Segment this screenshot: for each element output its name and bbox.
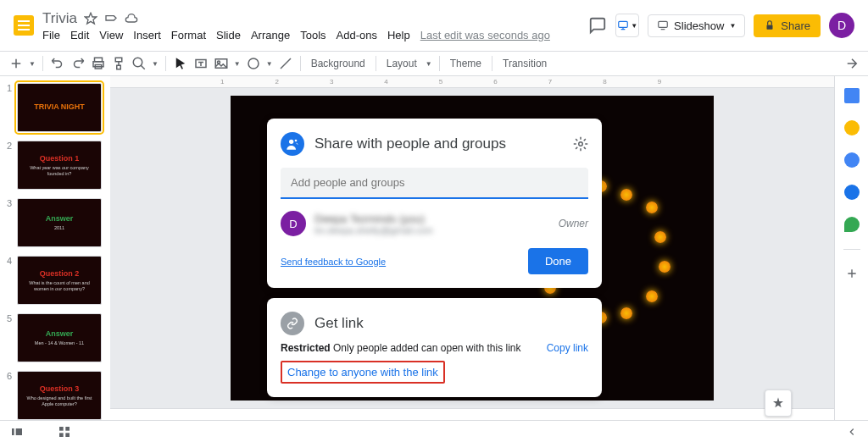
menu-addons[interactable]: Add-ons [337,29,377,41]
textbox-icon[interactable] [193,56,209,71]
print-icon[interactable] [91,56,106,71]
svg-rect-16 [16,428,22,435]
filmstrip-view-icon[interactable] [10,425,24,439]
thumb-preview[interactable]: Question 3 Who designed and built the fi… [17,371,102,420]
comments-icon[interactable] [588,16,607,35]
present-toggle[interactable]: ▼ [615,14,639,37]
feedback-link[interactable]: Send feedback to Google [281,257,386,267]
people-icon [281,132,304,156]
user-role: Owner [559,218,588,229]
thumb-preview[interactable]: Answer 2011 [17,198,102,247]
user-name: Deepa Tezminds (you) [314,213,550,225]
gear-icon[interactable] [573,136,588,152]
svg-rect-15 [12,428,14,435]
chevron-left-icon[interactable] [846,426,858,438]
collapse-icon[interactable] [844,56,860,71]
thumbnail[interactable]: 2 Question 1 What year was our company f… [7,141,103,190]
svg-rect-17 [59,427,64,431]
thumb-subtitle: Men - 14 & Women - 11 [35,340,84,346]
slide-thumbnails[interactable]: 1 TRIVIA NIGHT 2 Question 1 What year wa… [0,76,110,442]
app-header: Trivia File Edit View Insert Format Slid… [0,0,868,51]
layout-button[interactable]: Layout [383,58,420,69]
menu-view[interactable]: View [99,29,123,41]
menu-insert[interactable]: Insert [133,29,161,41]
thumb-number: 4 [7,256,14,305]
move-icon[interactable] [104,12,118,25]
thumbnail[interactable]: 1 TRIVIA NIGHT [7,83,103,132]
document-title[interactable]: Trivia [42,10,77,27]
contacts-icon[interactable] [844,185,860,200]
thumb-title: Answer [46,214,74,223]
title-area: Trivia File Edit View Insert Format Slid… [42,10,588,41]
user-email: tm.deepa.shetty@gmail.com [314,225,550,235]
thumb-title: Question 2 [40,269,80,278]
undo-icon[interactable] [50,56,65,71]
svg-rect-1 [619,21,628,27]
image-icon[interactable] [214,56,229,71]
new-slide-icon[interactable] [8,56,24,71]
last-edit-text[interactable]: Last edit was seconds ago [420,29,550,41]
menu-file[interactable]: File [42,29,60,41]
thumb-preview[interactable]: Question 1 What year was our company fou… [17,141,102,190]
thumb-title: Answer [46,329,74,338]
transition-button[interactable]: Transition [499,58,550,69]
explore-icon [771,396,785,410]
change-link-access[interactable]: Change to anyone with the link [281,361,445,384]
menu-help[interactable]: Help [387,29,410,41]
slides-logo[interactable] [14,15,34,36]
thumbnail[interactable]: 6 Question 3 Who designed and built the … [7,371,103,420]
share-modal: Share with people and groups D Deepa Tez… [267,119,602,397]
owner-row: D Deepa Tezminds (you) tm.deepa.shetty@g… [281,211,588,236]
tasks-icon[interactable] [844,152,860,168]
share-button[interactable]: Share [754,14,821,37]
thumb-preview[interactable]: Question 2 What is the count of men and … [17,256,102,305]
svg-marker-0 [85,13,96,24]
cloud-saved-icon[interactable] [125,12,138,25]
redo-icon[interactable] [70,56,86,71]
star-icon[interactable] [84,12,97,25]
thumb-subtitle: What year was our company founded in? [21,165,97,176]
svg-rect-2 [659,21,668,27]
add-addon-icon[interactable] [845,267,859,280]
get-link-card: Get link Restricted Only people added ca… [267,298,602,397]
slideshow-button[interactable]: Slideshow ▼ [648,14,745,37]
restricted-text: Restricted Only people added can open wi… [281,342,521,354]
horizontal-ruler: 123456789 [110,76,834,88]
thumbnail[interactable]: 5 Answer Men - 14 & Women - 11 [7,313,103,362]
calendar-icon[interactable] [844,88,860,103]
copy-link-button[interactable]: Copy link [547,342,588,354]
maps-icon[interactable] [844,217,860,232]
background-button[interactable]: Background [308,58,369,69]
done-button[interactable]: Done [528,248,588,274]
select-icon[interactable] [173,56,188,71]
menu-format[interactable]: Format [171,29,206,41]
share-label: Share [781,19,810,32]
thumb-preview[interactable]: Answer Men - 14 & Women - 11 [17,313,102,362]
zoom-icon[interactable] [131,56,147,71]
thumb-subtitle: 2011 [54,225,64,231]
share-card: Share with people and groups D Deepa Tez… [267,119,602,288]
paint-format-icon[interactable] [111,56,126,71]
thumbnail[interactable]: 4 Question 2 What is the count of men an… [7,256,103,305]
keep-icon[interactable] [844,120,860,135]
side-panel [834,76,868,442]
svg-rect-20 [65,433,70,437]
account-avatar[interactable]: D [829,13,854,38]
thumbnail[interactable]: 3 Answer 2011 [7,198,103,247]
menu-tools[interactable]: Tools [300,29,326,41]
line-icon[interactable] [278,56,293,71]
thumb-preview[interactable]: TRIVIA NIGHT [17,83,102,132]
menu-edit[interactable]: Edit [70,29,89,41]
shape-icon[interactable] [246,56,261,71]
explore-button[interactable] [765,390,792,417]
grid-view-icon[interactable] [58,425,71,439]
thumb-number: 6 [7,371,14,420]
thumb-number: 5 [7,313,14,362]
thumb-number: 3 [7,198,14,247]
thumb-title: Question 1 [40,154,80,163]
menu-arrange[interactable]: Arrange [251,29,290,41]
add-people-input[interactable] [281,168,588,199]
theme-button[interactable]: Theme [447,58,485,69]
menu-slide[interactable]: Slide [216,29,241,41]
svg-point-7 [133,58,142,67]
